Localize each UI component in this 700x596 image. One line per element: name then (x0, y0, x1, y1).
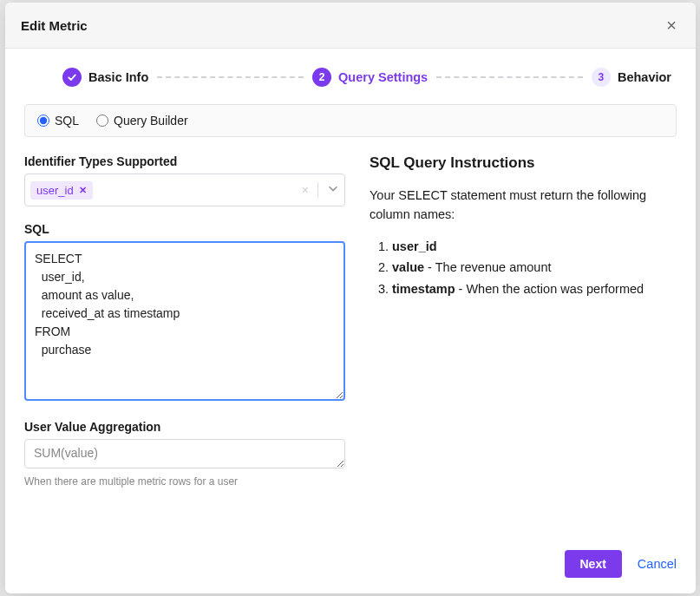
identifier-types-group: Identifier Types Supported user_id ✕ × (24, 154, 345, 206)
list-item: timestamp - When the action was performe… (392, 279, 677, 298)
list-item: user_id (392, 237, 677, 256)
edit-metric-modal: Edit Metric × Basic Info 2 Query Setting… (5, 3, 696, 593)
close-button[interactable]: × (663, 15, 680, 36)
radio-label: Query Builder (114, 114, 188, 128)
sql-group: SQL (24, 222, 345, 404)
modal-footer: Next Cancel (5, 538, 696, 593)
identifier-tag: user_id ✕ (30, 181, 93, 200)
step-basic-info[interactable]: Basic Info (62, 68, 148, 87)
chevron-down-icon[interactable] (327, 182, 339, 198)
radio-builder[interactable] (96, 115, 108, 127)
aggregation-label: User Value Aggregation (24, 420, 345, 434)
progress-stepper: Basic Info 2 Query Settings 3 Behavior (5, 49, 696, 104)
step-query-settings[interactable]: 2 Query Settings (312, 68, 428, 87)
step-divider (157, 76, 304, 78)
modal-header: Edit Metric × (5, 3, 696, 49)
sql-textarea[interactable] (24, 241, 345, 401)
remove-tag-icon[interactable]: ✕ (79, 186, 87, 195)
instructions-title: SQL Query Instructions (370, 154, 677, 172)
instructions-panel: SQL Query Instructions Your SELECT state… (370, 154, 677, 300)
step-behavior[interactable]: 3 Behavior (592, 68, 671, 87)
sql-label: SQL (24, 222, 345, 236)
modal-title: Edit Metric (21, 18, 88, 33)
check-icon (62, 68, 82, 87)
identifier-types-input[interactable]: user_id ✕ × (24, 174, 345, 206)
mode-sql-radio[interactable]: SQL (37, 114, 79, 128)
aggregation-input[interactable] (24, 439, 345, 468)
instructions-list: user_id value - The revenue amount times… (370, 237, 677, 298)
list-item: value - The revenue amount (392, 258, 677, 277)
next-button[interactable]: Next (565, 550, 622, 578)
modal-body: SQL Query Builder Identifier Types Suppo… (5, 104, 696, 538)
query-mode-selector: SQL Query Builder (24, 104, 677, 137)
step-divider (436, 76, 583, 78)
step-label: Basic Info (88, 70, 148, 84)
radio-label: SQL (55, 114, 79, 128)
radio-sql[interactable] (37, 115, 49, 127)
mode-builder-radio[interactable]: Query Builder (96, 114, 188, 128)
cancel-button[interactable]: Cancel (638, 557, 677, 571)
step-number: 3 (592, 68, 611, 87)
identifier-types-label: Identifier Types Supported (24, 154, 345, 168)
step-label: Query Settings (338, 70, 428, 84)
step-number: 2 (312, 68, 331, 87)
step-label: Behavior (618, 70, 671, 84)
aggregation-group: User Value Aggregation When there are mu… (24, 420, 345, 488)
tag-text: user_id (36, 184, 74, 197)
aggregation-help-text: When there are multiple metric rows for … (24, 475, 345, 488)
separator (317, 182, 318, 198)
instructions-lead: Your SELECT statement must return the fo… (370, 186, 677, 225)
clear-all-icon[interactable]: × (302, 183, 309, 197)
